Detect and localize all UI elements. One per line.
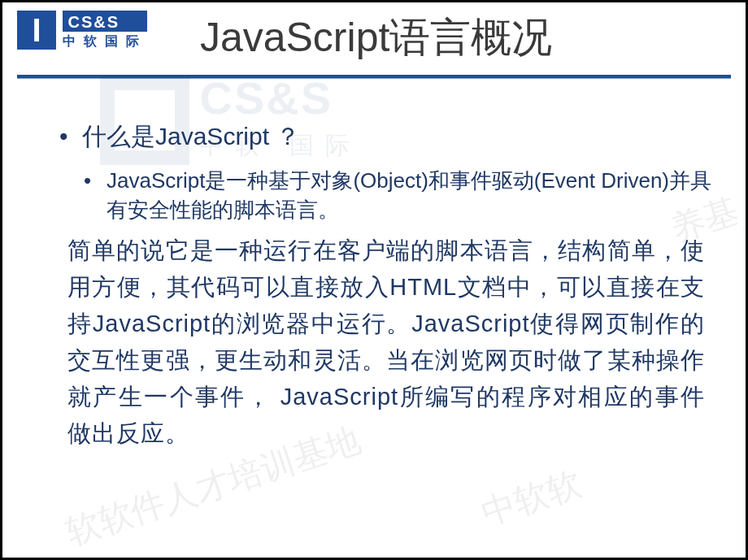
bullet-question: 什么是JavaScript ？	[59, 119, 713, 154]
slide-container: CS&S 中软 国际 养基 软软件人才培训基地 中软软 I CS&S 中软国际 …	[0, 0, 748, 560]
company-logo: I CS&S 中软国际	[17, 11, 147, 50]
slide-body: 什么是JavaScript ？ JavaScript是一种基于对象(Object…	[2, 78, 746, 468]
watermark-script-3: 中软软	[476, 461, 587, 536]
logo-text-cn: 中软国际	[63, 32, 147, 50]
logo-box-icon: I	[17, 11, 56, 50]
slide-title: JavaScript语言概况	[200, 11, 552, 65]
body-paragraph: 简单的说它是一种运行在客户端的脚本语言，结构简单，使用方便，其代码可以直接放入H…	[67, 232, 705, 452]
bullet-definition: JavaScript是一种基于对象(Object)和事件驱动(Event Dri…	[84, 166, 713, 225]
logo-text-en: CS&S	[63, 11, 147, 32]
slide-header: I CS&S 中软国际 JavaScript语言概况	[2, 2, 746, 65]
